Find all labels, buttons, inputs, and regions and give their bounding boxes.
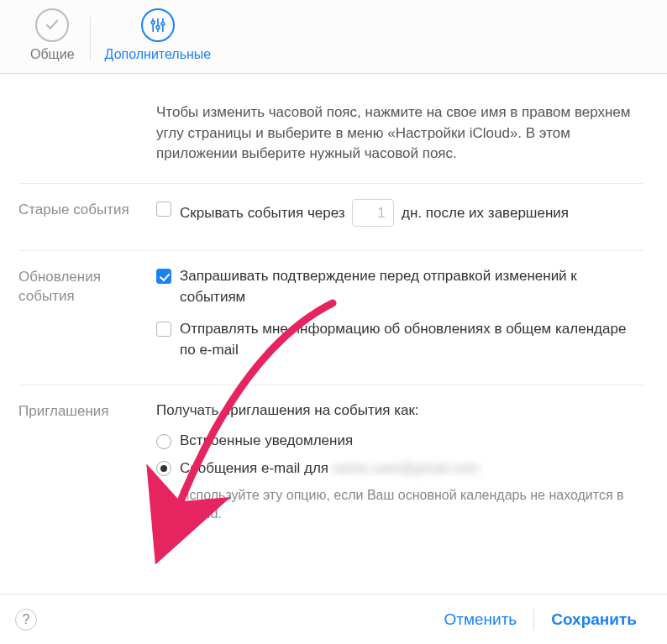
radio-email-address: name.user@gmail.com [332, 458, 479, 479]
radio-email-row[interactable]: Сообщения e-mail для name.user@gmail.com [156, 458, 643, 479]
hide-prefix: Скрывать события через [180, 205, 345, 221]
footer-divider [533, 609, 534, 631]
email-updates-text: Отправлять мне информацию об обновлениях… [180, 319, 643, 360]
hide-days-input[interactable]: 1 [352, 199, 394, 227]
checkmark-circle-icon [35, 8, 69, 42]
footer-bar: ? Отменить Сохранить [0, 594, 667, 644]
tab-advanced[interactable]: Дополнительные [90, 8, 227, 71]
save-button[interactable]: Сохранить [543, 605, 645, 634]
svg-point-1 [151, 21, 155, 24]
hide-old-events-checkbox[interactable] [156, 202, 171, 217]
hide-suffix: дн. после их завершения [402, 205, 569, 221]
hide-old-events-text: Скрывать события через 1 дн. после их за… [180, 199, 643, 227]
cancel-button[interactable]: Отменить [435, 605, 525, 634]
svg-point-5 [161, 23, 165, 26]
old-events-label: Старые события [18, 199, 156, 232]
timezone-hint: Чтобы изменить часовой пояс, нажмите на … [156, 102, 643, 165]
section-event-updates: Обновления события Запрашивать подтвержд… [18, 251, 643, 385]
email-updates-checkbox[interactable] [156, 322, 171, 337]
help-button[interactable]: ? [15, 609, 37, 631]
radio-email-label: Сообщения e-mail для [180, 458, 328, 479]
tab-general[interactable]: Общие [15, 8, 90, 71]
radio-inapp[interactable] [156, 434, 171, 449]
invitations-hint: Используйте эту опцию, если Ваш основной… [180, 486, 643, 524]
tab-advanced-label: Дополнительные [105, 47, 212, 62]
tab-bar: Общие Дополнительные [0, 0, 667, 74]
invitations-heading: Получать приглашения на события как: [156, 401, 643, 421]
radio-inapp-row[interactable]: Встроенные уведомления [156, 431, 643, 452]
sliders-icon [141, 8, 175, 42]
section-invitations: Приглашения Получать приглашения на собы… [18, 385, 643, 547]
invitations-label: Приглашения [18, 401, 156, 524]
radio-inapp-label: Встроенные уведомления [180, 431, 353, 452]
confirm-changes-checkbox[interactable] [156, 269, 171, 284]
section-old-events: Старые события Скрывать события через 1 … [18, 184, 643, 251]
section-timezone-label [18, 102, 156, 165]
section-timezone: Чтобы изменить часовой пояс, нажмите на … [18, 74, 643, 184]
tab-general-label: Общие [30, 47, 75, 62]
settings-content: Чтобы изменить часовой пояс, нажмите на … [0, 74, 667, 594]
confirm-changes-text: Запрашивать подтверждение перед отправко… [180, 266, 643, 307]
event-updates-label: Обновления события [18, 266, 156, 366]
radio-email[interactable] [156, 461, 171, 476]
svg-point-3 [156, 26, 160, 29]
